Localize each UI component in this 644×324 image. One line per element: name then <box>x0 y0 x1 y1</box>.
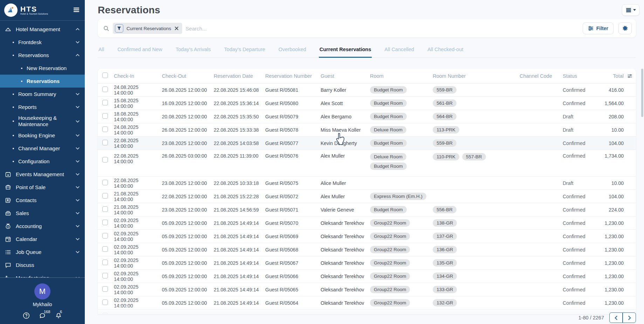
pagination: 1-80 / 2267 <box>578 312 636 323</box>
row-checkbox[interactable] <box>102 87 108 92</box>
sidebar-item-reservations[interactable]: Reservations <box>0 49 85 62</box>
column-header-room-number[interactable]: Room Number <box>433 73 520 79</box>
row-checkbox[interactable] <box>102 233 108 239</box>
column-header-guest[interactable]: Guest <box>321 73 370 79</box>
sidebar-item-events-management[interactable]: Events Management <box>0 168 85 181</box>
next-page-button[interactable] <box>623 312 636 323</box>
column-header-channel-code[interactable]: Channel Code <box>520 73 563 79</box>
row-checkbox[interactable] <box>102 100 108 105</box>
filter-button[interactable]: Filter <box>583 22 614 34</box>
row-checkbox[interactable] <box>102 206 108 212</box>
row-checkbox[interactable] <box>102 313 108 314</box>
column-header-check-in[interactable]: Check-In <box>114 73 162 79</box>
row-checkbox[interactable] <box>102 286 108 292</box>
row-checkbox[interactable] <box>102 273 108 278</box>
messages-icon[interactable]: 168 <box>39 312 46 319</box>
sidebar-item-reports[interactable]: Reports <box>0 101 85 113</box>
user-avatar[interactable]: M <box>34 283 50 299</box>
sidebar-item-booking-engine[interactable]: Booking Engine <box>0 129 85 142</box>
row-checkbox[interactable] <box>102 126 108 132</box>
settings-button[interactable] <box>618 22 632 34</box>
sidebar-item-new-reservation[interactable]: New Reservation <box>0 62 85 75</box>
row-checkbox[interactable] <box>102 193 108 199</box>
tab-confirmed-and-new[interactable]: Confirmed and New <box>117 43 163 58</box>
table-row-partial[interactable] <box>98 310 636 314</box>
row-checkbox[interactable] <box>102 220 108 225</box>
room-cell: Budget Room <box>370 86 433 94</box>
table-row[interactable]: 02.09.2025 14:00:0005.09.2025 12:00:0021… <box>98 283 636 296</box>
sidebar-item-label: Reports <box>18 103 71 112</box>
table-row[interactable]: 02.09.2025 14:00:0005.09.2025 12:00:0021… <box>98 216 636 230</box>
row-checkbox[interactable] <box>102 180 108 185</box>
row-checkbox[interactable] <box>102 246 108 252</box>
sidebar-toggle-icon[interactable] <box>73 6 80 14</box>
table-row[interactable]: 02.09.2025 14:00:0005.09.2025 12:00:0021… <box>98 230 636 243</box>
column-header-check-out[interactable]: Check-Out <box>162 73 214 79</box>
chip-close-icon[interactable] <box>174 26 179 30</box>
row-checkbox[interactable] <box>102 260 108 265</box>
search-input[interactable] <box>186 26 579 32</box>
status-cell: Confirmed <box>563 287 596 292</box>
sidebar-item-room-summary[interactable]: Room Summary <box>0 88 85 101</box>
room-number-cell: 136-GR <box>433 246 520 253</box>
sliders-icon <box>588 26 594 31</box>
sidebar-item-manufacturing[interactable]: Manufacturing <box>0 271 85 277</box>
tab-all-cancelled[interactable]: All Cancelled <box>384 43 415 58</box>
row-checkbox[interactable] <box>102 113 108 119</box>
sidebar-item-accounting[interactable]: $Accounting <box>0 220 85 233</box>
sidebar-item-configuration[interactable]: Configuration <box>0 155 85 168</box>
column-header-reservation-number[interactable]: Reservation Number <box>265 73 321 79</box>
column-settings-icon[interactable] <box>627 73 636 79</box>
table-row[interactable]: 02.09.2025 14:00:0005.09.2025 12:00:0021… <box>98 243 636 256</box>
room-number-tag: 137-GR <box>433 233 457 240</box>
sidebar-item-contacts[interactable]: Contacts <box>0 194 85 207</box>
table-row[interactable]: 18.08.2025 14:00:0020.08.2025 12:00:0022… <box>98 110 636 123</box>
table-row[interactable]: 22.08.2025 14:00:0023.08.2025 12:00:0022… <box>98 177 636 190</box>
check-in-cell: 22.08.2025 14:00:00 <box>114 138 162 149</box>
sidebar-item-frontdesk[interactable]: Frontdesk <box>0 36 85 49</box>
total-cell: 1,230.00 <box>596 247 627 253</box>
tab-all-checked-out[interactable]: All Checked-out <box>427 43 464 58</box>
tab-today-s-arrivals[interactable]: Today's Arrivals <box>175 43 211 58</box>
tab-all[interactable]: All <box>98 43 105 58</box>
column-header-reservation-date[interactable]: Reservation Date <box>214 73 265 79</box>
select-all-checkbox[interactable] <box>102 73 108 78</box>
sidebar-item-hotel-management[interactable]: Hotel Management <box>0 23 85 36</box>
tab-today-s-departure[interactable]: Today's Departure <box>224 43 266 58</box>
sidebar-item-discuss[interactable]: Discuss <box>0 258 85 271</box>
table-row[interactable]: 15.08.2025 14:00:0016.09.2025 12:00:0022… <box>98 97 636 110</box>
column-header-room[interactable]: Room <box>370 73 433 79</box>
sidebar-item-sales[interactable]: Sales <box>0 207 85 220</box>
sidebar-item-calendar[interactable]: Calendar <box>0 233 85 246</box>
table-row[interactable]: 21.08.2025 14:00:0023.08.2025 12:00:0021… <box>98 203 636 216</box>
row-checkbox[interactable] <box>102 299 108 305</box>
sidebar-item-channel-manager[interactable]: Channel Manager <box>0 142 85 155</box>
table-row[interactable]: 02.09.2025 14:00:0005.09.2025 12:00:0021… <box>98 256 636 270</box>
table-row[interactable]: 02.09.2025 14:00:0005.09.2025 12:00:0021… <box>98 296 636 310</box>
total-cell: 104.00 <box>596 140 627 146</box>
filter-chip[interactable]: Current Reservations <box>113 23 182 34</box>
column-header-total[interactable]: Total <box>596 73 627 79</box>
row-checkbox[interactable] <box>102 157 108 163</box>
notifications-icon[interactable]: 6 <box>55 312 62 319</box>
table-row[interactable]: 24.08.2025 14:00:0026.08.2025 12:00:0022… <box>98 83 636 97</box>
vertical-scrollbar[interactable] <box>641 69 643 117</box>
table-row[interactable]: 22.08.2025 14:00:0023.08.2025 12:00:0022… <box>98 137 636 150</box>
room-tag: Budget Room <box>370 139 407 147</box>
table-row[interactable]: 02.09.2025 14:00:0005.09.2025 12:00:0021… <box>98 270 636 283</box>
tab-overbooked[interactable]: Overbooked <box>278 43 307 58</box>
sidebar-item-reservations[interactable]: Reservations <box>0 75 85 88</box>
table-row[interactable]: 22.08.2025 14:00:0026.08.2025 03:00:0022… <box>98 150 636 177</box>
column-header-status[interactable]: Status <box>563 73 596 79</box>
table-row[interactable]: 21.08.2025 14:00:0022.08.2025 12:00:0021… <box>98 190 636 203</box>
tab-current-reservations[interactable]: Current Reservations <box>319 43 372 58</box>
view-switcher-button[interactable] <box>622 4 639 16</box>
prev-page-button[interactable] <box>609 312 623 323</box>
room-number-cell: 135-GR <box>433 259 520 267</box>
sidebar-item-job-queue[interactable]: Job Queue <box>0 246 85 258</box>
sidebar-item-point-of-sale[interactable]: Point of Sale <box>0 181 85 194</box>
sidebar-item-housekeeping-maintenance[interactable]: Housekeeping & Maintenance <box>0 113 85 129</box>
row-checkbox[interactable] <box>102 140 108 145</box>
help-icon[interactable] <box>23 312 30 319</box>
table-row[interactable]: 24.08.2025 14:00:0026.08.2025 12:00:0022… <box>98 123 636 137</box>
